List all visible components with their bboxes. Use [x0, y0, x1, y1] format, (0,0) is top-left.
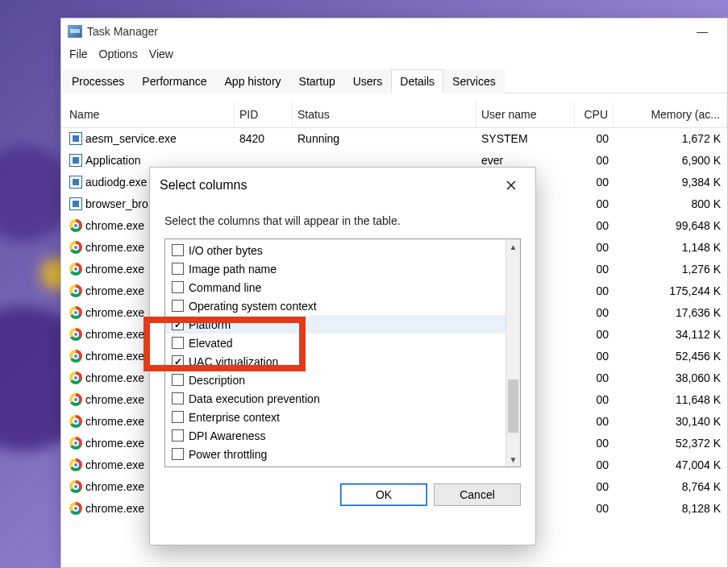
column-option[interactable]: Platform — [165, 315, 505, 334]
checkbox[interactable] — [172, 263, 184, 275]
checkbox[interactable] — [172, 411, 184, 423]
process-name: chrome.exe — [85, 415, 144, 428]
process-cpu: 00 — [575, 480, 614, 493]
process-cpu: 00 — [575, 197, 614, 210]
menu-file[interactable]: File — [69, 48, 88, 60]
process-cpu: 00 — [575, 241, 614, 254]
chrome-icon — [69, 241, 82, 254]
process-name: Application — [85, 154, 141, 167]
scroll-up-icon[interactable]: ▲ — [506, 239, 520, 254]
chrome-icon — [69, 263, 82, 276]
col-cpu[interactable]: CPU — [575, 102, 614, 127]
tab-processes[interactable]: Processes — [63, 69, 133, 93]
process-name: chrome.exe — [85, 437, 144, 450]
column-option[interactable]: DPI Awareness — [165, 426, 505, 445]
dialog-close-button[interactable] — [497, 174, 526, 197]
tab-startup[interactable]: Startup — [290, 69, 344, 93]
process-memory: 17,636 K — [614, 306, 727, 319]
tab-users[interactable]: Users — [344, 69, 392, 93]
process-cpu: 00 — [575, 328, 614, 341]
checkbox[interactable] — [172, 337, 184, 349]
column-option[interactable]: UAC virtualization — [165, 352, 505, 371]
cancel-button[interactable]: Cancel — [434, 483, 521, 506]
process-memory: 99,648 K — [614, 219, 727, 232]
process-cpu: 00 — [575, 415, 614, 428]
process-cpu: 00 — [575, 306, 614, 319]
process-name: chrome.exe — [85, 458, 144, 471]
column-option[interactable]: Operating system context — [165, 296, 505, 315]
process-memory: 30,140 K — [614, 415, 727, 428]
column-option[interactable]: Elevated — [165, 334, 505, 352]
process-name: chrome.exe — [85, 328, 144, 341]
checkbox[interactable] — [172, 355, 184, 367]
tab-services[interactable]: Services — [443, 69, 505, 93]
process-user: SYSTEM — [476, 132, 575, 145]
column-option[interactable]: Description — [165, 371, 505, 389]
column-option[interactable]: Enterprise context — [165, 408, 505, 426]
dialog-titlebar[interactable]: Select columns — [150, 168, 535, 203]
process-name: chrome.exe — [85, 350, 144, 363]
chrome-icon — [69, 415, 82, 428]
app-icon — [69, 176, 82, 189]
column-option[interactable]: Power throttling — [165, 445, 505, 463]
col-user[interactable]: User name — [476, 102, 575, 127]
column-option-label: Image path name — [189, 263, 277, 276]
tab-details[interactable]: Details — [391, 69, 443, 93]
col-name[interactable]: Name — [61, 102, 235, 127]
column-option[interactable]: Data execution prevention — [165, 389, 505, 408]
ok-button[interactable]: OK — [340, 483, 427, 506]
process-memory: 11,648 K — [614, 393, 727, 406]
checkbox[interactable] — [172, 429, 184, 442]
column-option-label: Data execution prevention — [189, 392, 320, 405]
chrome-icon — [69, 328, 82, 341]
titlebar[interactable]: Task Manager — — [61, 19, 727, 44]
task-manager-icon — [68, 25, 82, 38]
chrome-icon — [69, 393, 82, 406]
column-option-label: Power throttling — [189, 448, 267, 461]
table-row[interactable]: aesm_service.exe8420RunningSYSTEM001,672… — [61, 128, 727, 150]
checkbox[interactable] — [172, 318, 184, 330]
process-memory: 6,900 K — [614, 154, 727, 167]
scrollbar[interactable]: ▲ ▼ — [505, 239, 520, 466]
tab-app-history[interactable]: App history — [216, 69, 290, 93]
process-name: chrome.exe — [85, 219, 144, 232]
dialog-buttons: OK Cancel — [150, 467, 535, 522]
scroll-thumb[interactable] — [508, 379, 518, 433]
column-option[interactable]: I/O other bytes — [165, 241, 505, 259]
col-pid[interactable]: PID — [235, 102, 293, 127]
chrome-icon — [69, 219, 82, 232]
process-cpu: 00 — [575, 458, 614, 471]
scroll-down-icon[interactable]: ▼ — [506, 452, 520, 466]
process-memory: 8,764 K — [614, 480, 727, 493]
process-memory: 1,148 K — [614, 241, 727, 254]
col-status[interactable]: Status — [293, 102, 476, 127]
chrome-icon — [69, 306, 82, 319]
column-option-label: Operating system context — [189, 300, 317, 313]
menu-view[interactable]: View — [149, 48, 173, 60]
app-icon — [69, 197, 82, 210]
process-name: chrome.exe — [85, 502, 144, 515]
process-name: chrome.exe — [85, 306, 144, 319]
checkbox[interactable] — [172, 300, 184, 312]
process-status: Running — [293, 132, 476, 145]
column-list-box: I/O other bytesImage path nameCommand li… — [164, 238, 521, 467]
column-list[interactable]: I/O other bytesImage path nameCommand li… — [165, 239, 505, 466]
col-memory[interactable]: Memory (ac... — [614, 102, 727, 127]
tab-performance[interactable]: Performance — [133, 69, 215, 93]
checkbox[interactable] — [172, 244, 184, 256]
window-title: Task Manager — [87, 25, 158, 38]
checkbox[interactable] — [172, 374, 184, 386]
menu-options[interactable]: Options — [99, 48, 138, 60]
process-cpu: 00 — [575, 154, 614, 167]
process-name: audiodg.exe — [85, 176, 147, 189]
process-cpu: 00 — [575, 176, 614, 189]
process-cpu: 00 — [575, 219, 614, 232]
checkbox[interactable] — [172, 392, 184, 404]
checkbox[interactable] — [172, 448, 184, 460]
minimize-button[interactable]: — — [684, 19, 721, 44]
app-icon — [69, 154, 82, 167]
checkbox[interactable] — [172, 281, 184, 293]
column-option[interactable]: Command line — [165, 278, 505, 296]
process-cpu: 00 — [575, 437, 614, 450]
column-option[interactable]: Image path name — [165, 259, 505, 278]
